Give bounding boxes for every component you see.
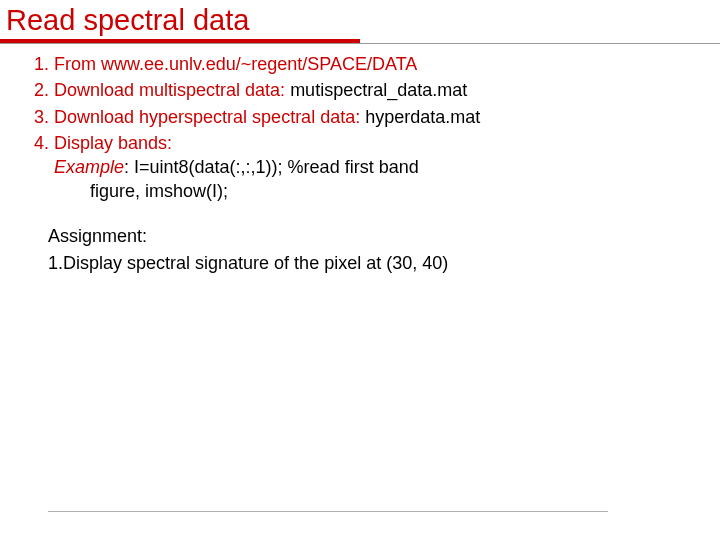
title-thin-line: [0, 43, 720, 44]
example-label: Example: [54, 157, 124, 177]
footer-divider: [48, 511, 608, 512]
list-item: Download multispectral data: mutispectra…: [54, 78, 720, 102]
example-code: : I=uint8(data(:,:,1)); %read first band: [124, 157, 419, 177]
list-rest: mutispectral_data.mat: [290, 80, 467, 100]
list-lead: Download multispectral data:: [54, 80, 290, 100]
list-lead: Download hyperspectral spectral data:: [54, 107, 365, 127]
assignment-item: 1.Display spectral signature of the pixe…: [48, 253, 720, 274]
slide-title: Read spectral data: [0, 0, 720, 37]
example-line: Example: I=uint8(data(:,:,1)); %read fir…: [54, 155, 720, 179]
list-rest: hyperdata.mat: [365, 107, 480, 127]
list-item: From www.ee.unlv.edu/~regent/SPACE/DATA: [54, 52, 720, 76]
list-item: Display bands: Example: I=uint8(data(:,:…: [54, 131, 720, 204]
list-item: Download hyperspectral spectral data: hy…: [54, 105, 720, 129]
assignment-heading: Assignment:: [48, 226, 720, 247]
list-lead: Display bands:: [54, 133, 172, 153]
assignment-block: Assignment: 1.Display spectral signature…: [48, 226, 720, 274]
instruction-list: From www.ee.unlv.edu/~regent/SPACE/DATA …: [54, 52, 720, 204]
figure-line: figure, imshow(I);: [90, 179, 720, 203]
list-text: From www.ee.unlv.edu/~regent/SPACE/DATA: [54, 54, 417, 74]
